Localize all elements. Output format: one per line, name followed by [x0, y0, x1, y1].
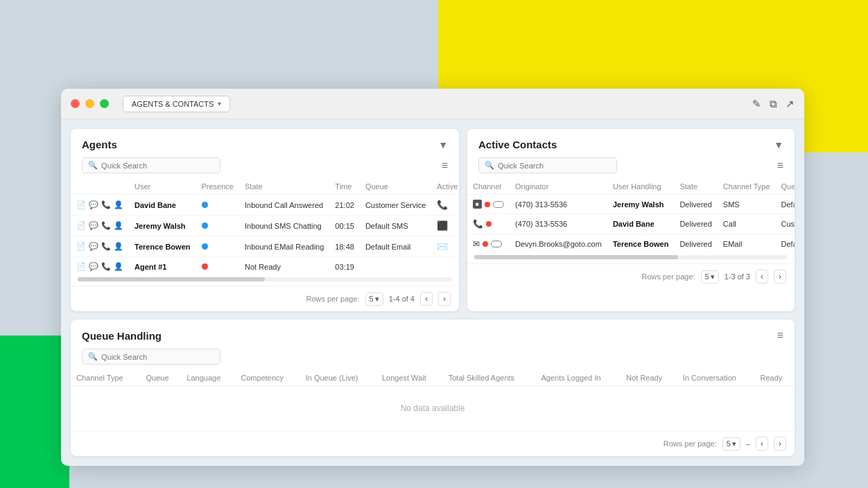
col-competency: Competency — [235, 370, 300, 386]
agent-queue: Default Email — [360, 236, 431, 257]
doc-icon[interactable]: 📄 — [76, 221, 86, 230]
doc-icon[interactable]: 📄 — [76, 242, 86, 251]
col-time: Time — [329, 179, 360, 195]
minimize-button[interactable] — [85, 99, 94, 108]
agent-presence — [196, 216, 239, 236]
queue-prev-btn[interactable]: ‹ — [756, 437, 768, 451]
queue-search-input[interactable] — [101, 353, 198, 361]
agents-scrollbar[interactable] — [78, 277, 452, 281]
queue-panel-title: Queue Handling — [82, 330, 162, 342]
table-row: 📄 💬 📞 👤 David BaneInbound Call Answered2… — [71, 195, 459, 216]
traffic-lights — [71, 99, 109, 108]
contacts-scrollbar[interactable] — [474, 255, 788, 259]
queue-search-bar: 🔍 — [71, 346, 795, 370]
doc-icon[interactable]: 📄 — [76, 262, 86, 271]
contacts-filter-icon[interactable]: ▼ — [774, 139, 783, 150]
col-not-ready: Not Ready — [620, 370, 677, 386]
table-row: 📄 💬 📞 👤 Jeremy WalshInbound SMS Chatting… — [71, 216, 459, 236]
contacts-menu-icon[interactable]: ≡ — [777, 159, 783, 172]
col-ch-queue: Queue — [776, 179, 795, 195]
table-row: 📄 💬 📞 👤 Agent #1Not Ready03:19 — [71, 257, 459, 277]
queue-rows-count: 5 — [727, 439, 731, 448]
person-icon[interactable]: 👤 — [114, 242, 123, 251]
agent-presence — [196, 257, 239, 277]
queue-rows-select[interactable]: 5 ▾ — [722, 437, 740, 451]
agents-menu-icon[interactable]: ≡ — [442, 159, 448, 172]
maximize-button[interactable] — [100, 99, 109, 108]
contacts-search-bar: 🔍 ≡ — [467, 155, 795, 179]
chat-icon[interactable]: 💬 — [89, 221, 98, 230]
chat-icon[interactable]: 💬 — [89, 200, 98, 209]
contact-channel-type: Call — [718, 214, 776, 234]
contacts-rows-select[interactable]: 5 ▾ — [701, 270, 719, 284]
queue-pagination: Rows per page: 5 ▾ – ‹ › — [71, 430, 795, 456]
chat-icon[interactable]: 💬 — [89, 262, 98, 271]
agents-page-range: 1-4 of 4 — [389, 295, 415, 303]
agents-search-input[interactable] — [101, 162, 198, 170]
agents-rows-select[interactable]: 5 ▾ — [365, 293, 383, 306]
agent-time: 21:02 — [329, 195, 360, 216]
contacts-prev-btn[interactable]: ‹ — [756, 270, 768, 284]
oval-icon — [493, 201, 504, 208]
agents-rows-count: 5 — [370, 295, 374, 303]
main-window: AGENTS & CONTACTS ▾ ✎ ⧉ ↗ Agents ▼ 🔍 — [61, 89, 804, 466]
col-channel-type: Channel Type — [71, 370, 140, 386]
agents-search-bar: 🔍 ≡ — [71, 155, 459, 179]
contacts-panel-title: Active Contacts — [478, 139, 557, 150]
col-longest-wait: Longest Wait — [376, 370, 443, 386]
phone-icon[interactable]: 📞 — [101, 262, 111, 271]
agents-scrollbar-thumb — [78, 277, 265, 281]
row-actions: 📄 💬 📞 👤 — [71, 257, 129, 277]
contacts-search-wrap: 🔍 — [478, 157, 617, 173]
phone-icon[interactable]: 📞 — [101, 200, 111, 209]
queue-search-wrap: 🔍 — [82, 349, 220, 365]
sms-sq-icon: ■ — [473, 200, 482, 209]
close-button[interactable] — [71, 99, 80, 108]
queue-menu-icon[interactable]: ≡ — [777, 329, 783, 342]
person-icon[interactable]: 👤 — [114, 221, 123, 230]
contacts-search-input[interactable] — [498, 162, 595, 170]
col-actions — [71, 179, 129, 195]
contact-queue: Customer Service — [776, 214, 795, 234]
contacts-rows-count: 5 — [705, 272, 709, 281]
person-icon[interactable]: 👤 — [114, 200, 123, 209]
agent-state: Inbound SMS Chatting — [239, 216, 329, 236]
external-link-icon[interactable]: ↗ — [785, 98, 795, 110]
queue-next-btn[interactable]: › — [774, 437, 786, 451]
content-area: Agents ▼ 🔍 ≡ User — [61, 119, 804, 466]
edit-icon[interactable]: ✎ — [752, 98, 761, 110]
col-presence: Presence — [196, 179, 239, 195]
agent-user: Jeremy Walsh — [129, 216, 196, 236]
agent-time: 03:19 — [329, 257, 360, 277]
phone-icon[interactable]: 📞 — [101, 242, 111, 251]
no-data-cell: No data available — [71, 386, 795, 431]
person-icon[interactable]: 👤 — [114, 262, 123, 271]
copy-icon[interactable]: ⧉ — [770, 98, 777, 110]
no-data-message: No data available — [76, 391, 789, 426]
titlebar-actions: ✎ ⧉ ↗ — [752, 98, 795, 110]
contacts-panel-header: Active Contacts ▼ — [467, 129, 795, 155]
agents-next-btn[interactable]: › — [438, 292, 451, 306]
chat-icon[interactable]: 💬 — [89, 242, 98, 251]
contacts-scrollbar-thumb — [474, 255, 678, 259]
contacts-rows-label: Rows per page: — [642, 272, 695, 281]
table-row: ✉ Devyn.Brooks@goto.comTerence BowenDeli… — [467, 234, 795, 254]
col-queue: Queue — [140, 370, 181, 386]
agents-table-wrap: User Presence State Time Queue Active In… — [71, 179, 459, 276]
agents-contacts-nav[interactable]: AGENTS & CONTACTS ▾ — [123, 96, 230, 112]
oval-icon — [491, 241, 502, 247]
top-panels: Agents ▼ 🔍 ≡ User — [71, 129, 795, 311]
agents-filter-icon[interactable]: ▼ — [438, 139, 448, 150]
contacts-table: Channel Originator User Handling State C… — [467, 179, 795, 254]
agents-prev-btn[interactable]: ‹ — [420, 292, 433, 306]
col-active-int: Active Inte... — [431, 179, 459, 195]
contacts-next-btn[interactable]: › — [774, 270, 786, 284]
active-sms-icon: ⬛ — [437, 220, 448, 231]
phone-icon[interactable]: 📞 — [101, 221, 111, 230]
agents-rows-arrow: ▾ — [375, 295, 379, 304]
row-actions: 📄 💬 📞 👤 — [71, 236, 129, 257]
contact-channel: 📞 — [467, 214, 510, 234]
active-phone-icon: 📞 — [437, 200, 448, 210]
doc-icon[interactable]: 📄 — [76, 200, 86, 209]
agent-state: Not Ready — [239, 257, 329, 277]
